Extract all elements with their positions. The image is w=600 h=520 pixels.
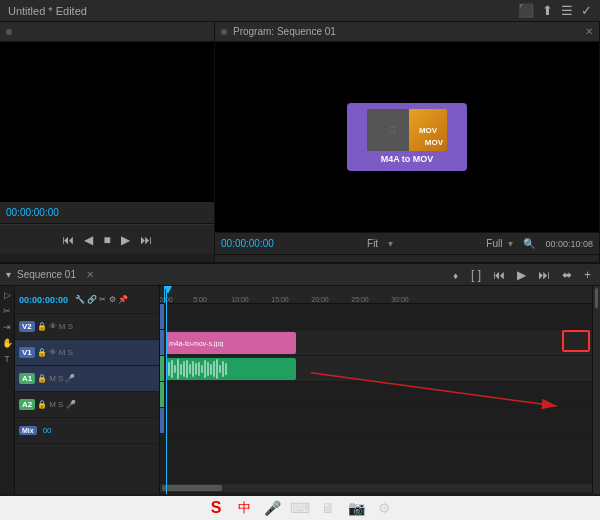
main-layout: 00:00:00:00 ⏮ ◀ ■ ▶ ⏭ Program: Sequence … (0, 22, 600, 284)
ruler-mark-15: 15:00 (271, 296, 289, 303)
video-clip[interactable]: m4a-to-mov-s.jpg (166, 332, 296, 354)
track-row-a1[interactable] (160, 356, 592, 382)
source-step-back[interactable]: ⏮ (59, 231, 77, 249)
track-v2-eye[interactable]: 👁 (49, 322, 57, 331)
track-a1-mute[interactable]: M (49, 374, 56, 383)
ruler-mark-25: 25:00 (351, 296, 369, 303)
source-timecode-bar: 00:00:00:00 (0, 202, 214, 224)
source-play-back[interactable]: ◀ (81, 231, 96, 249)
full-dropdown[interactable]: ▾ (508, 238, 513, 249)
source-screen (0, 42, 214, 202)
menu-icon[interactable]: ☰ (561, 3, 573, 18)
vertical-scrollbar[interactable] (592, 286, 600, 494)
source-dot (6, 29, 12, 35)
track-a1-solo[interactable]: S (58, 374, 63, 383)
ruler-playhead-marker (164, 286, 172, 294)
export-icon[interactable]: ⬆ (542, 3, 553, 18)
mix-dd[interactable]: 00 (43, 426, 52, 435)
taskbar-microphone-icon[interactable]: 🎤 (261, 497, 283, 519)
timeline-tool-icons: 🔧 🔗 ✂ ⚙ 📌 (75, 295, 128, 304)
app-title: Untitled * Edited (8, 5, 87, 17)
timeline-layout: ▷ ✂ ⇥ ✋ T 00:00:00:00 🔧 🔗 ✂ ⚙ 📌 V2 🔒 👁 M… (0, 286, 600, 494)
ripple-tool[interactable]: ⇥ (1, 322, 13, 334)
program-header-close[interactable]: ✕ (585, 26, 593, 37)
source-controls: ⏮ ◀ ■ ▶ ⏭ (0, 224, 214, 254)
ruler-mark-5: 5:00 (193, 296, 207, 303)
track-a1-lock[interactable]: 🔒 (37, 374, 47, 383)
top-bar: Untitled * Edited ⬛ ⬆ ☰ ✓ (0, 0, 600, 22)
h-scrollbar-thumb[interactable] (162, 485, 222, 491)
track-label-mix: Mix 00 (15, 418, 159, 444)
track-v2-lock[interactable]: 🔒 (37, 322, 47, 331)
maximize-icon[interactable]: ⬛ (518, 3, 534, 18)
monitor-timecode: 00:00:00:00 Fit ▾ Full ▾ 🔍 00:00:10:08 (215, 232, 599, 254)
taskbar-keyboard-icon[interactable]: ⌨ (289, 497, 311, 519)
timeline-step-back[interactable]: ⏮ (490, 266, 508, 284)
fit-label[interactable]: Fit (367, 238, 378, 249)
timeline-tool-2[interactable]: [ ] (468, 266, 484, 284)
track-badge-a1: A1 (19, 373, 35, 384)
ruler-mark-30: 30:00 (391, 296, 409, 303)
red-highlight-rect (562, 330, 590, 352)
scrollbar-thumb[interactable] (595, 288, 598, 308)
track-a1-mic[interactable]: 🎤 (65, 374, 75, 383)
monitor-time-right: 00:00:10:08 (545, 239, 593, 249)
track-row-a2 (160, 382, 592, 408)
track-badge-v2: V2 (19, 321, 35, 332)
program-panel-header: Program: Sequence 01 ✕ (215, 22, 599, 42)
taskbar-chinese-icon[interactable]: 中 (233, 497, 255, 519)
timeline-add[interactable]: + (581, 266, 594, 284)
track-labels: 00:00:00:00 🔧 🔗 ✂ ⚙ 📌 V2 🔒 👁 M S V1 🔒 👁 … (15, 286, 160, 494)
track-label-a1: A1 🔒 M S 🎤 (15, 366, 159, 392)
track-row-v2 (160, 304, 592, 330)
thumbnail-image: 🎵 MOV (367, 109, 447, 151)
v2-indicator (160, 304, 164, 329)
sequence-tab-close[interactable]: ✕ (86, 269, 94, 280)
mix-indicator (160, 408, 164, 433)
track-badge-mix: Mix (19, 426, 37, 435)
taskbar-s-icon[interactable]: S (205, 497, 227, 519)
hand-tool[interactable]: ✋ (1, 338, 13, 350)
track-row-v1[interactable]: m4a-to-mov-s.jpg (160, 330, 592, 356)
taskbar-monitor-icon[interactable]: 🖥 (317, 497, 339, 519)
track-badge-a2: A2 (19, 399, 35, 410)
selection-tool[interactable]: ▷ (1, 290, 13, 302)
taskbar-camera-icon[interactable]: 📷 (345, 497, 367, 519)
audio-waveform (166, 358, 296, 380)
zoom-icon[interactable]: 🔍 (523, 238, 535, 249)
check-icon[interactable]: ✓ (581, 3, 592, 18)
timeline-tracks: 00:00 5:00 10:00 15:00 20:00 25:00 30:00… (160, 286, 592, 494)
top-bar-icons: ⬛ ⬆ ☰ ✓ (518, 3, 592, 18)
thumbnail-label: M4A to MOV (377, 153, 438, 165)
source-stop[interactable]: ■ (100, 231, 113, 249)
source-timecode: 00:00:00:00 (6, 207, 59, 218)
monitor-time-left: 00:00:00:00 (221, 238, 274, 249)
track-label-v1: V1 🔒 👁 M S (15, 340, 159, 366)
timeline-play[interactable]: ▶ (514, 266, 529, 284)
timeline-step-fwd[interactable]: ⏭ (535, 266, 553, 284)
ruler-mark-0: 00:00 (160, 296, 173, 303)
taskbar: S 中 🎤 ⌨ 🖥 📷 ⚙ (0, 496, 600, 520)
source-step-fwd[interactable]: ⏭ (137, 231, 155, 249)
timeline-tool-3[interactable]: ⬌ (559, 266, 575, 284)
track-v1-lock[interactable]: 🔒 (37, 348, 47, 357)
razor-tool[interactable]: ✂ (1, 306, 13, 318)
track-timecode-row: 00:00:00:00 🔧 🔗 ✂ ⚙ 📌 (15, 286, 159, 314)
timeline-tool-1[interactable]: ⬧ (449, 266, 462, 284)
program-panel: Program: Sequence 01 ✕ 🎵 MOV M4A to MOV … (215, 22, 600, 284)
timeline-ruler: 00:00 5:00 10:00 15:00 20:00 25:00 30:00 (160, 286, 592, 304)
audio-clip[interactable] (166, 358, 296, 380)
taskbar-settings-icon[interactable]: ⚙ (373, 497, 395, 519)
v1-indicator (160, 330, 164, 355)
horizontal-scrollbar[interactable] (160, 484, 592, 492)
track-v1-eye[interactable]: 👁 (49, 348, 57, 357)
full-label[interactable]: Full (486, 238, 502, 249)
track-a2-lock[interactable]: 🔒 (37, 400, 47, 409)
ruler-playhead-line (164, 286, 165, 303)
type-tool[interactable]: T (1, 354, 13, 366)
timeline-section: ▾ Sequence 01 ✕ ⬧ [ ] ⏮ ▶ ⏭ ⬌ + ▷ ✂ ⇥ ✋ … (0, 262, 600, 492)
source-play[interactable]: ▶ (118, 231, 133, 249)
program-header-label: Program: Sequence 01 (233, 26, 336, 37)
fit-dropdown[interactable]: ▾ (388, 238, 393, 249)
sequence-header: ▾ Sequence 01 ✕ ⬧ [ ] ⏮ ▶ ⏭ ⬌ + (0, 264, 600, 286)
